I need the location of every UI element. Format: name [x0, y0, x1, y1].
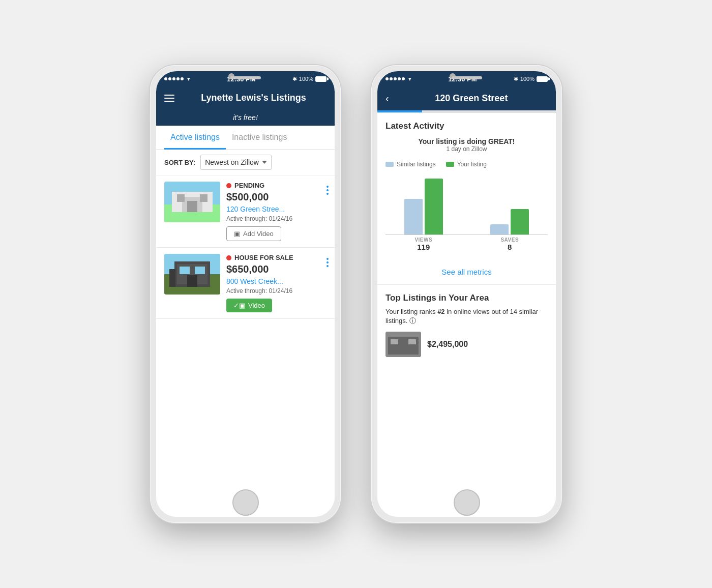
video-button-2[interactable]: ✓▣ Video	[226, 299, 272, 312]
activity-title: Latest Activity	[385, 121, 548, 131]
status-left-1: ▾	[164, 76, 190, 82]
bar-saves-similar	[490, 224, 509, 234]
svg-rect-14	[187, 275, 197, 287]
phone-2: ▾ 12:30 PM ✱ 100% ‹ 120 Green Street	[371, 65, 562, 523]
listing-status-2: HOUSE FOR SALE	[226, 254, 327, 261]
signal-dot	[385, 77, 389, 80]
tab-active-listings[interactable]: Active listings	[164, 126, 226, 150]
chart-group-saves	[472, 209, 548, 234]
promo-banner: it's free!	[156, 109, 335, 126]
back-button[interactable]: ‹	[385, 93, 389, 104]
status-red-dot-2	[226, 255, 231, 260]
battery-percent-1: 100%	[299, 76, 313, 82]
phone-speaker	[230, 76, 261, 79]
info-icon[interactable]: ⓘ	[409, 317, 416, 325]
legend-similar: Similar listings	[385, 161, 436, 168]
detail-tab-3[interactable]	[467, 110, 512, 112]
chart-group-views	[385, 179, 462, 234]
legend-yours-label: Your listing	[457, 161, 487, 168]
more-options-button-1[interactable]	[324, 184, 331, 197]
detail-tab-2[interactable]	[422, 110, 467, 112]
header-title-1: Lynette Lewis's Listings	[181, 93, 327, 103]
rank-number: #2	[437, 308, 444, 315]
app-header-1: Lynette Lewis's Listings	[156, 86, 335, 109]
preview-price: $2,495,000	[427, 340, 468, 349]
signal-dot	[168, 77, 171, 80]
listing-image-1	[164, 182, 220, 222]
top-listings-section: Top Listings in Your Area Your listing r…	[377, 285, 556, 365]
page-wrapper: ▾ 12:30 PM ✱ 100% Lynette Lew	[0, 35, 712, 553]
wifi-icon: ▾	[187, 76, 190, 82]
detail-tab-active[interactable]	[377, 110, 422, 112]
phone-2-screen: ▾ 12:30 PM ✱ 100% ‹ 120 Green Street	[377, 71, 556, 517]
menu-button[interactable]	[164, 95, 174, 102]
chart-area	[385, 174, 548, 235]
chart-labels: VIEWS 119 SAVES 8	[385, 237, 548, 251]
tab-inactive-listings[interactable]: Inactive listings	[226, 126, 293, 150]
saves-label: SAVES	[472, 237, 548, 243]
more-dot	[327, 265, 329, 267]
more-dot	[327, 193, 329, 195]
ranking-text: Your listing ranks #2 in online views ou…	[385, 307, 548, 326]
listing-price-2: $650,000	[226, 263, 327, 275]
menu-icon-line	[164, 95, 174, 96]
status-text-1: PENDING	[234, 182, 264, 189]
svg-rect-4	[177, 194, 185, 202]
listing-photo-2	[164, 254, 220, 295]
listing-active-date-2: Active through: 01/24/16	[226, 287, 327, 295]
phone-speaker-2	[452, 76, 482, 79]
preview-image	[385, 332, 421, 357]
svg-rect-5	[200, 194, 207, 202]
svg-rect-12	[180, 267, 190, 274]
listing-status-1: PENDING	[226, 182, 327, 189]
svg-rect-18	[391, 339, 398, 344]
app-header-2: ‹ 120 Green Street	[377, 86, 556, 110]
signal-dot	[394, 77, 397, 80]
more-dot	[327, 189, 329, 191]
svg-rect-13	[195, 267, 205, 274]
listing-card-1: PENDING $500,000 120 Green Stree... Acti…	[156, 175, 335, 248]
signal-dot	[172, 77, 175, 80]
legend-similar-label: Similar listings	[397, 161, 436, 168]
more-options-button-2[interactable]	[324, 256, 331, 269]
bar-views-yours	[425, 179, 443, 234]
video-check-icon: ✓▣	[233, 302, 245, 309]
listing-info-1: PENDING $500,000 120 Green Stree... Acti…	[226, 182, 327, 241]
more-dot	[327, 258, 329, 260]
signal-dot	[390, 77, 393, 80]
detail-tab-4[interactable]	[511, 110, 556, 112]
battery-percent-2: 100%	[520, 76, 535, 82]
see-all-metrics-button[interactable]: See all metrics	[377, 259, 556, 285]
activity-headline: Your listing is doing GREAT!	[385, 137, 548, 145]
home-button-2[interactable]	[454, 489, 480, 516]
signal-dots	[164, 77, 184, 80]
menu-icon-line	[164, 98, 174, 99]
listing-address-1[interactable]: 120 Green Stree...	[226, 205, 327, 213]
svg-rect-15	[169, 269, 175, 287]
video-icon: ▣	[234, 230, 240, 238]
chart-legend: Similar listings Your listing	[385, 161, 548, 168]
top-listings-title: Top Listings in Your Area	[385, 293, 548, 303]
legend-color-similar	[385, 162, 394, 167]
menu-icon-line	[164, 101, 174, 102]
listing-address-2[interactable]: 800 West Creek...	[226, 277, 327, 285]
battery-fill	[316, 77, 326, 81]
rank-prefix: Your listing ranks	[385, 308, 437, 315]
status-left-2: ▾	[385, 76, 411, 82]
bar-saves-yours	[511, 209, 529, 234]
signal-dots-2	[385, 77, 405, 80]
legend-yours: Your listing	[446, 161, 487, 168]
listing-card-2: HOUSE FOR SALE $650,000 800 West Creek..…	[156, 248, 335, 319]
latest-activity-section: Latest Activity Your listing is doing GR…	[377, 113, 556, 259]
sort-select[interactable]: Newest on Zillow	[200, 155, 272, 170]
listing-info-2: HOUSE FOR SALE $650,000 800 West Creek..…	[226, 254, 327, 312]
home-button-1[interactable]	[232, 489, 259, 516]
add-video-button-1[interactable]: ▣ Add Video	[226, 226, 281, 241]
signal-dot	[164, 77, 167, 80]
bar-views-similar	[404, 199, 423, 234]
signal-dot	[176, 77, 180, 80]
status-red-dot-1	[226, 183, 231, 188]
legend-color-yours	[446, 162, 454, 167]
sort-row: SORT BY: Newest on Zillow	[156, 150, 335, 175]
header-title-2: 120 Green Street	[395, 93, 548, 104]
